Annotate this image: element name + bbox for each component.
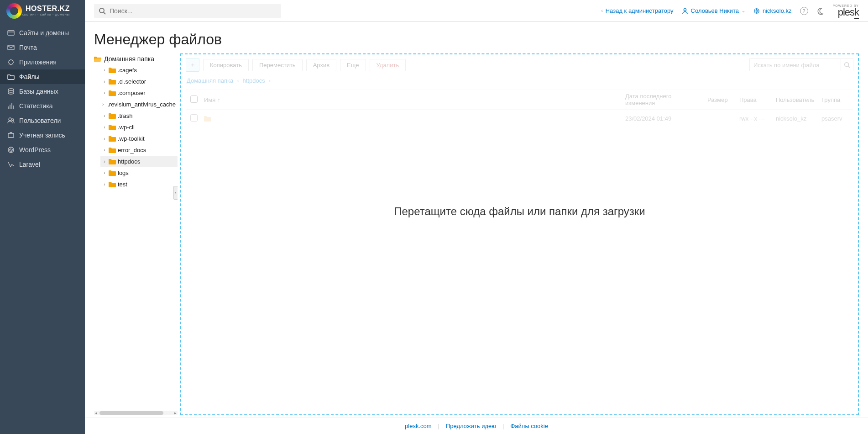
delete-button[interactable]: Удалить — [370, 59, 406, 71]
logo-swirl-icon — [6, 3, 22, 19]
tree-node-revisium_antivirus_cache[interactable]: ›.revisium_antivirus_cache — [100, 99, 178, 110]
footer-cookies-link[interactable]: Файлы cookie — [510, 423, 548, 429]
logo[interactable]: HOSTER.KZ хостинг · сайты · домены — [0, 0, 85, 22]
tree-pane: Домашняя папка ›.cagefs›.cl.selector›.co… — [94, 53, 178, 415]
sidebar-item-users[interactable]: Пользователи — [0, 113, 85, 128]
sidebar-item-account[interactable]: Учетная запись — [0, 128, 85, 143]
archive-button[interactable]: Архив — [306, 59, 336, 71]
tree-node-trash[interactable]: ›.trash — [100, 110, 178, 122]
tree-node-clselector[interactable]: ›.cl.selector — [100, 76, 178, 87]
tree-node-label: .wp-toolkit — [118, 135, 145, 142]
tree-node-label: .cagefs — [118, 67, 137, 74]
folder-icon — [109, 136, 116, 142]
svg-point-7 — [8, 89, 14, 90]
tree-node-error_docs[interactable]: ›error_docs — [100, 144, 178, 156]
col-name[interactable]: Имя ↑ — [204, 96, 621, 103]
sidebar-item-apps[interactable]: Приложения — [0, 55, 85, 69]
col-group[interactable]: Группа — [821, 96, 849, 103]
breadcrumb: Домашняя папка› httpdocs› — [186, 74, 853, 90]
tree-collapse-handle[interactable]: ‹ — [173, 186, 178, 200]
sidebar-item-files[interactable]: Файлы — [0, 69, 85, 84]
svg-point-2 — [684, 8, 686, 11]
file-search-button[interactable] — [841, 58, 853, 71]
sidebar: Сайты и домены Почта Приложения Файлы Ба… — [0, 22, 85, 434]
user-icon — [682, 8, 688, 14]
breadcrumb-item[interactable]: Домашняя папка — [187, 77, 233, 84]
row-checkbox[interactable] — [190, 114, 198, 122]
sidebar-item-label: Учетная запись — [19, 132, 65, 139]
content-area: Менеджер файлов Домашняя папка ›.cagefs›… — [85, 22, 868, 434]
sidebar-item-label: WordPress — [19, 146, 51, 153]
tree-node-httpdocs[interactable]: ›httpdocs — [100, 156, 178, 167]
drop-message: Перетащите сюда файлы или папки для загр… — [181, 205, 858, 218]
table-row[interactable]: 23/02/2024 01:49 rwx --x --- nicksolo_kz… — [186, 110, 853, 127]
folder-icon — [109, 170, 116, 176]
move-button[interactable]: Переместить — [252, 59, 303, 71]
chevron-right-icon: › — [102, 68, 107, 73]
tree-node-composer[interactable]: ›.composer — [100, 87, 178, 99]
footer-separator: | — [438, 423, 439, 429]
tree-node-logs[interactable]: ›logs — [100, 167, 178, 179]
tree-node-cagefs[interactable]: ›.cagefs — [100, 64, 178, 76]
search-input[interactable] — [94, 4, 281, 18]
sidebar-item-laravel[interactable]: Laravel — [0, 157, 85, 172]
tree-root-label: Домашняя папка — [104, 55, 154, 63]
footer-suggest-link[interactable]: Предложить идею — [446, 423, 496, 429]
tree-node-label: error_docs — [118, 147, 146, 153]
sort-asc-icon: ↑ — [217, 96, 220, 103]
folder-icon — [204, 116, 211, 122]
svg-point-12 — [845, 63, 849, 67]
sidebar-item-wordpress[interactable]: WordPress — [0, 143, 85, 157]
svg-rect-5 — [8, 45, 14, 50]
sidebar-item-sites[interactable]: Сайты и домены — [0, 26, 85, 40]
back-to-admin-link[interactable]: ‹ Назад к администратору — [601, 7, 673, 14]
folder-icon — [109, 181, 116, 187]
col-size[interactable]: Размер — [707, 96, 735, 103]
scroll-thumb[interactable] — [99, 411, 163, 415]
logo-tagline: хостинг · сайты · домены — [22, 12, 70, 16]
help-icon[interactable]: ? — [800, 7, 808, 15]
sidebar-item-label: Почта — [19, 44, 37, 51]
select-all-checkbox[interactable] — [190, 95, 198, 103]
col-date[interactable]: Дата последнего изменения — [625, 93, 703, 106]
plesk-label: plesk — [833, 7, 859, 17]
tree-node-label: .cl.selector — [118, 78, 146, 85]
sidebar-item-mail[interactable]: Почта — [0, 40, 85, 55]
search-icon — [99, 7, 106, 15]
svg-point-8 — [9, 118, 11, 121]
sidebar-item-db[interactable]: Базы данных — [0, 84, 85, 99]
col-perm[interactable]: Права — [739, 96, 771, 103]
tree-node-wp-cli[interactable]: ›.wp-cli — [100, 122, 178, 133]
folder-icon — [109, 147, 116, 153]
footer-plesk-link[interactable]: plesk.com — [405, 423, 432, 429]
file-drop-zone[interactable]: ＋ Копировать Переместить Архив Еще Удали… — [180, 53, 859, 415]
tree-root[interactable]: Домашняя папка — [94, 53, 178, 64]
sidebar-item-label: Базы данных — [19, 88, 58, 95]
more-button[interactable]: Еще — [340, 59, 366, 71]
breadcrumb-item[interactable]: httpdocs — [243, 77, 265, 84]
user-menu[interactable]: Соловьев Никита ⌄ — [682, 7, 745, 14]
tree-node-test[interactable]: ›test — [100, 179, 178, 190]
sidebar-item-stats[interactable]: Статистика — [0, 99, 85, 113]
back-to-admin-label: Назад к администратору — [606, 7, 674, 14]
tree-h-scrollbar[interactable]: ◂ ▸ — [94, 411, 178, 415]
file-toolbar: ＋ Копировать Переместить Архив Еще Удали… — [186, 54, 853, 74]
chevron-right-icon: › — [102, 102, 104, 107]
folder-icon — [109, 90, 116, 96]
domain-link[interactable]: nicksolo.kz — [753, 7, 792, 14]
chevron-down-icon: ⌄ — [742, 8, 745, 13]
add-button[interactable]: ＋ — [186, 58, 199, 72]
file-search-input[interactable] — [749, 58, 841, 71]
folder-icon — [109, 113, 116, 119]
copy-button[interactable]: Копировать — [203, 59, 249, 71]
sidebar-item-label: Приложения — [19, 58, 57, 66]
tree-node-wp-toolkit[interactable]: ›.wp-toolkit — [100, 133, 178, 144]
dark-mode-icon[interactable] — [816, 7, 825, 15]
globe-icon — [753, 8, 760, 14]
chevron-right-icon: › — [102, 125, 107, 130]
sidebar-item-label: Файлы — [19, 73, 39, 80]
breadcrumb-separator: › — [269, 77, 271, 84]
plesk-brand[interactable]: POWERED BY plesk — [833, 4, 859, 17]
scroll-left-icon: ◂ — [95, 411, 97, 415]
col-user[interactable]: Пользователь — [776, 96, 817, 103]
